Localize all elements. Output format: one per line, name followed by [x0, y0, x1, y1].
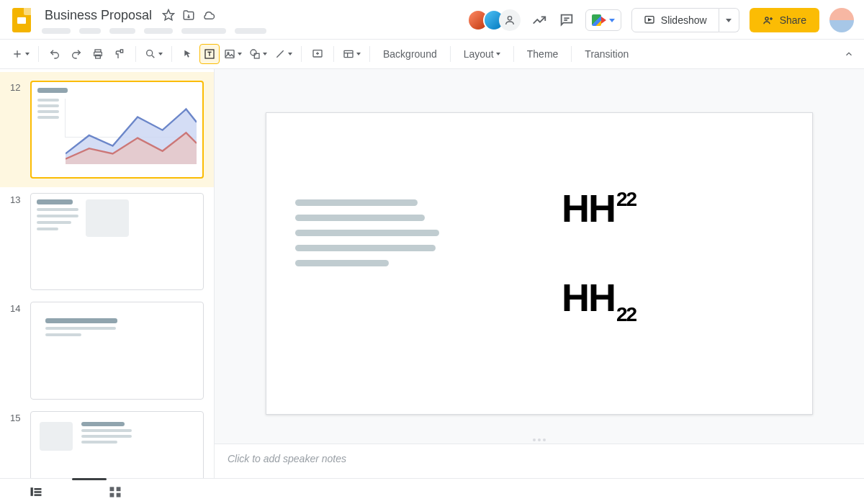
- collaborator-anonymous[interactable]: [499, 9, 521, 31]
- paint-format-button[interactable]: [109, 44, 130, 64]
- collaborator-avatars[interactable]: [473, 9, 521, 31]
- account-avatar[interactable]: [829, 8, 854, 32]
- svg-rect-35: [117, 487, 121, 491]
- svg-rect-36: [110, 492, 114, 497]
- svg-rect-31: [35, 488, 42, 490]
- move-to-folder-icon[interactable]: [182, 9, 195, 22]
- body-text-placeholder[interactable]: [295, 199, 446, 266]
- svg-line-15: [152, 55, 154, 58]
- background-button[interactable]: Background: [376, 44, 444, 64]
- meet-icon: [592, 14, 606, 26]
- svg-rect-22: [254, 53, 259, 58]
- superscript-example: HH22: [562, 189, 634, 228]
- svg-rect-19: [225, 50, 234, 58]
- current-slide[interactable]: HH22 HH22: [266, 112, 813, 415]
- comments-icon[interactable]: [558, 12, 575, 29]
- svg-point-14: [147, 50, 153, 56]
- svg-rect-32: [35, 491, 42, 493]
- meet-button[interactable]: [585, 9, 621, 31]
- undo-button[interactable]: [45, 44, 65, 64]
- canvas-area: HH22 HH22 Click to add speaker notes: [215, 69, 864, 478]
- slideshow-label: Slideshow: [661, 14, 707, 26]
- grid-view-button[interactable]: [108, 485, 122, 499]
- text-box-tool[interactable]: [199, 44, 220, 64]
- svg-rect-34: [110, 487, 114, 491]
- slide-layout-control[interactable]: [340, 44, 364, 64]
- insert-image-tool[interactable]: [221, 44, 245, 64]
- print-button[interactable]: [88, 44, 108, 64]
- new-slide-button[interactable]: [9, 44, 32, 64]
- share-button[interactable]: Share: [750, 8, 819, 32]
- insert-shape-tool[interactable]: [246, 44, 270, 64]
- svg-point-1: [508, 17, 511, 20]
- slide-thumbnail-14[interactable]: 14: [0, 296, 214, 405]
- speaker-notes-input[interactable]: Click to add speaker notes: [215, 444, 864, 478]
- zoom-button[interactable]: [142, 44, 166, 64]
- svg-point-6: [765, 17, 768, 20]
- app-logo[interactable]: [10, 6, 33, 35]
- version-history-icon[interactable]: [531, 12, 548, 29]
- share-label: Share: [780, 14, 806, 26]
- svg-rect-27: [344, 50, 353, 57]
- redo-button[interactable]: [66, 44, 86, 64]
- insert-comment-tool[interactable]: [307, 44, 328, 64]
- collapse-toolbar-button[interactable]: [842, 48, 855, 60]
- svg-marker-5: [648, 19, 650, 21]
- select-tool[interactable]: [178, 44, 198, 64]
- notes-resize-handle[interactable]: [215, 436, 864, 444]
- transition-button[interactable]: Transition: [577, 44, 636, 64]
- svg-point-21: [251, 50, 256, 55]
- insert-line-tool[interactable]: [271, 44, 295, 64]
- slide-filmstrip[interactable]: 12: [0, 69, 215, 478]
- svg-rect-33: [35, 494, 42, 496]
- slide-thumbnail-13[interactable]: 13: [0, 187, 214, 297]
- star-icon[interactable]: [162, 9, 175, 22]
- slideshow-dropdown[interactable]: [719, 8, 739, 32]
- document-title[interactable]: Business Proposal: [42, 7, 155, 24]
- title-bar: Business Proposal: [0, 0, 864, 39]
- svg-rect-37: [117, 492, 121, 497]
- layout-button[interactable]: Layout: [456, 44, 508, 64]
- slide-thumbnail-15[interactable]: 15: [0, 405, 214, 478]
- view-switcher: [0, 478, 864, 504]
- theme-button[interactable]: Theme: [520, 44, 566, 64]
- toolbar: Background Layout Theme Transition: [0, 39, 864, 69]
- cloud-status-icon[interactable]: [202, 9, 215, 22]
- subscript-example: HH22: [562, 278, 634, 317]
- svg-line-23: [276, 50, 283, 57]
- chevron-down-icon: [609, 19, 615, 22]
- slide-thumbnail-12[interactable]: 12: [0, 72, 214, 187]
- svg-rect-30: [31, 487, 33, 496]
- formula-text-box[interactable]: HH22 HH22: [562, 189, 634, 367]
- filmstrip-view-button[interactable]: [29, 485, 43, 499]
- slideshow-button[interactable]: Slideshow: [631, 8, 719, 32]
- menu-bar[interactable]: [42, 28, 266, 34]
- svg-marker-0: [163, 10, 174, 20]
